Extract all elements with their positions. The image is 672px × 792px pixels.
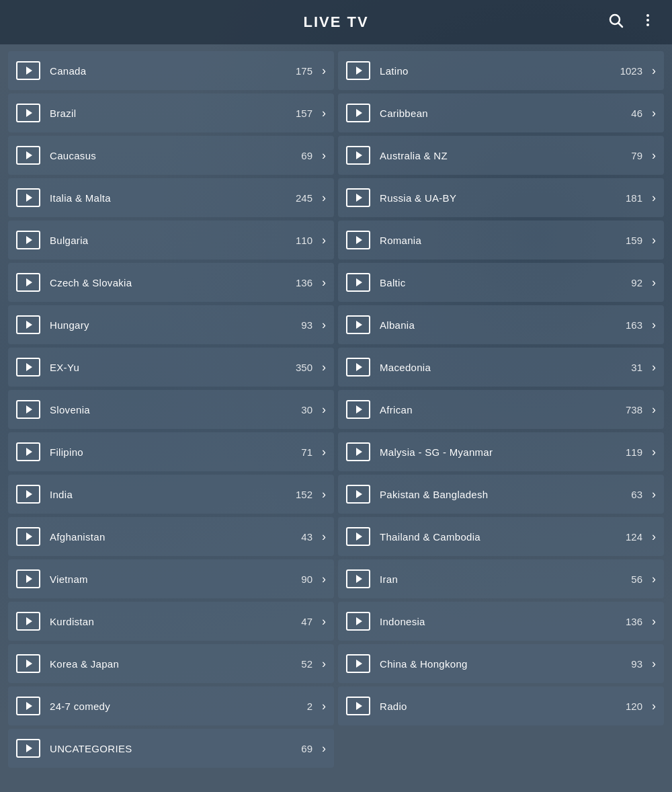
channel-count: 71: [301, 446, 312, 458]
channel-item[interactable]: EX-Yu 350 ›: [8, 348, 334, 387]
channel-item[interactable]: African 738 ›: [338, 390, 664, 429]
tv-icon: [16, 231, 40, 249]
tv-icon: [346, 442, 370, 461]
chevron-icon: ›: [322, 233, 326, 247]
channel-item[interactable]: Vietnam 90 ›: [8, 559, 334, 598]
header: LIVE TV: [0, 0, 672, 44]
tv-icon: [16, 188, 40, 207]
channel-item[interactable]: Korea & Japan 52 ›: [8, 644, 334, 683]
chevron-icon: ›: [652, 233, 656, 247]
chevron-icon: ›: [652, 64, 656, 78]
tv-icon: [346, 146, 370, 165]
chevron-icon: ›: [322, 445, 326, 459]
chevron-icon: ›: [322, 572, 326, 586]
channel-item[interactable]: India 152 ›: [8, 475, 334, 514]
tv-icon: [16, 61, 40, 80]
chevron-icon: ›: [652, 615, 656, 629]
channel-item[interactable]: Pakistan & Bangladesh 63 ›: [338, 475, 664, 514]
channel-count: 1023: [620, 65, 642, 77]
channel-name: Italia & Malta: [50, 192, 296, 204]
search-button[interactable]: [605, 9, 626, 35]
channel-item[interactable]: Hungary 93 ›: [8, 305, 334, 344]
tv-icon: [16, 104, 40, 122]
svg-point-4: [646, 24, 649, 26]
tv-icon: [346, 400, 370, 419]
chevron-icon: ›: [322, 149, 326, 163]
tv-icon: [16, 315, 40, 334]
channel-item[interactable]: Russia & UA-BY 181 ›: [338, 178, 664, 217]
tv-icon: [16, 654, 40, 673]
channel-name: Czech & Slovakia: [50, 277, 296, 288]
channel-item[interactable]: Iran 56 ›: [338, 559, 664, 598]
tv-icon: [16, 612, 40, 631]
channel-name: Albania: [380, 319, 626, 331]
channel-count: 30: [301, 404, 312, 415]
channel-item[interactable]: Macedonia 31 ›: [338, 348, 664, 387]
channel-item[interactable]: Baltic 92 ›: [338, 263, 664, 302]
chevron-icon: ›: [322, 64, 326, 78]
channel-name: Malysia - SG - Myanmar: [380, 446, 626, 458]
channel-count: 52: [301, 658, 312, 670]
chevron-icon: ›: [322, 106, 326, 120]
tv-icon: [16, 358, 40, 377]
channel-item[interactable]: UNCATEGORIES 69 ›: [8, 729, 334, 768]
channel-item[interactable]: Kurdistan 47 ›: [8, 602, 334, 641]
tv-icon: [346, 654, 370, 673]
channel-name: Australia & NZ: [380, 150, 631, 161]
channel-count: 163: [626, 319, 642, 331]
channel-item[interactable]: Romania 159 ›: [338, 221, 664, 260]
channel-item[interactable]: Bulgaria 110 ›: [8, 221, 334, 260]
channel-name: Filipino: [50, 446, 301, 458]
channel-item[interactable]: Brazil 157 ›: [8, 93, 334, 132]
tv-icon: [346, 485, 370, 504]
channel-count: 152: [296, 489, 312, 500]
channel-count: 136: [626, 616, 642, 627]
channel-item[interactable]: Radio 120 ›: [338, 686, 664, 725]
tv-icon: [16, 442, 40, 461]
tv-icon: [16, 146, 40, 165]
chevron-icon: ›: [652, 360, 656, 374]
channel-name: Caucasus: [50, 150, 301, 161]
channel-count: 43: [301, 531, 312, 543]
channel-item[interactable]: Indonesia 136 ›: [338, 602, 664, 641]
channel-item[interactable]: Caribbean 46 ›: [338, 93, 664, 132]
channel-item[interactable]: Slovenia 30 ›: [8, 390, 334, 429]
channel-count: 63: [631, 489, 642, 500]
channel-item[interactable]: Canada 175 ›: [8, 51, 334, 90]
channel-item[interactable]: Czech & Slovakia 136 ›: [8, 263, 334, 302]
channel-name: Brazil: [50, 108, 296, 119]
channel-item[interactable]: Caucasus 69 ›: [8, 136, 334, 175]
channel-name: India: [50, 489, 296, 500]
channel-item[interactable]: 24-7 comedy 2 ›: [8, 686, 334, 725]
more-options-icon: [640, 12, 656, 28]
chevron-icon: ›: [652, 699, 656, 713]
channel-item[interactable]: Malysia - SG - Myanmar 119 ›: [338, 432, 664, 471]
tv-icon: [16, 569, 40, 588]
channel-name: Slovenia: [50, 404, 301, 415]
channel-name: EX-Yu: [50, 362, 296, 373]
channel-item[interactable]: Italia & Malta 245 ›: [8, 178, 334, 217]
chevron-icon: ›: [652, 530, 656, 544]
chevron-icon: ›: [652, 149, 656, 163]
channel-name: Korea & Japan: [50, 658, 301, 670]
channel-item[interactable]: Thailand & Cambodia 124 ›: [338, 517, 664, 556]
channel-name: Radio: [380, 701, 626, 712]
channel-item[interactable]: China & Hongkong 93 ›: [338, 644, 664, 683]
channel-name: Latino: [380, 65, 620, 77]
channel-item[interactable]: Australia & NZ 79 ›: [338, 136, 664, 175]
channel-item[interactable]: Filipino 71 ›: [8, 432, 334, 471]
tv-icon: [346, 104, 370, 122]
channel-item[interactable]: Albania 163 ›: [338, 305, 664, 344]
svg-point-3: [646, 19, 649, 22]
chevron-icon: ›: [652, 572, 656, 586]
channel-name: China & Hongkong: [380, 658, 631, 670]
channel-item[interactable]: Latino 1023 ›: [338, 51, 664, 90]
tv-icon: [346, 188, 370, 207]
menu-button[interactable]: [637, 9, 659, 35]
tv-icon: [16, 273, 40, 292]
chevron-icon: ›: [322, 403, 326, 417]
page-title: LIVE TV: [303, 13, 368, 31]
channel-count: 124: [626, 531, 642, 543]
chevron-icon: ›: [322, 360, 326, 374]
channel-item[interactable]: Afghanistan 43 ›: [8, 517, 334, 556]
